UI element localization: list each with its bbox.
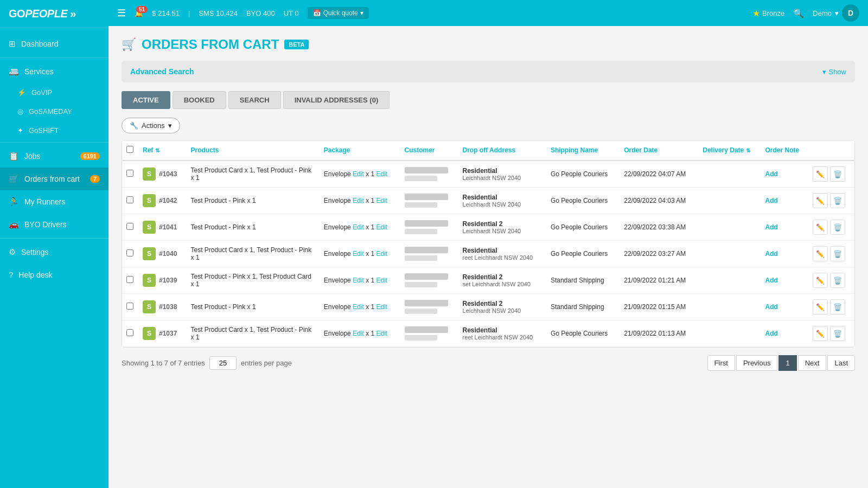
add-note-link[interactable]: Add	[765, 197, 777, 204]
package-edit1-link[interactable]: Edit	[353, 197, 364, 204]
current-page-button[interactable]: 1	[778, 355, 796, 371]
package-edit2-link[interactable]: Edit	[376, 277, 388, 284]
row-checkbox[interactable]	[126, 249, 133, 256]
col-shipping: Shipping Name	[546, 140, 620, 160]
row-delivery-date	[698, 188, 761, 214]
edit-row-button[interactable]: ✏️	[813, 273, 828, 288]
select-all-header	[122, 140, 138, 160]
next-page-button[interactable]: Next	[798, 355, 827, 371]
settings-icon: ⚙	[9, 247, 16, 257]
package-edit2-link[interactable]: Edit	[376, 170, 388, 178]
row-products: Test Product - Pink x 1	[186, 214, 319, 241]
orders-table: Ref ⇅ Products Package Customer Drop off…	[122, 140, 854, 347]
show-hide-link[interactable]: ▾ Show	[822, 68, 846, 76]
package-edit1-link[interactable]: Edit	[353, 303, 364, 311]
first-page-button[interactable]: First	[707, 355, 735, 371]
sidebar-item-orders[interactable]: 🛒 Orders from cart 7	[0, 168, 108, 190]
edit-row-button[interactable]: ✏️	[813, 220, 828, 235]
delete-row-button[interactable]: 🗑️	[830, 246, 845, 261]
edit-row-button[interactable]: ✏️	[813, 326, 828, 341]
package-edit2-link[interactable]: Edit	[376, 330, 388, 337]
add-note-link[interactable]: Add	[765, 223, 777, 231]
prev-page-button[interactable]: Previous	[736, 355, 778, 371]
sidebar-item-helpdesk[interactable]: ? Help desk	[0, 264, 108, 286]
sidebar-item-govip[interactable]: ⚡ GoVIP	[0, 83, 108, 102]
row-order-date: 22/09/2022 04:03 AM	[620, 188, 698, 214]
add-note-link[interactable]: Add	[765, 303, 777, 311]
package-edit2-link[interactable]: Edit	[376, 197, 388, 204]
table-row: S #1037 Test Product Card x 1, Test Prod…	[122, 320, 854, 347]
edit-row-button[interactable]: ✏️	[813, 246, 828, 261]
byo-display: BYO 400	[246, 9, 275, 17]
row-checkbox[interactable]	[126, 196, 133, 203]
delete-row-button[interactable]: 🗑️	[830, 299, 845, 314]
edit-row-button[interactable]: ✏️	[813, 193, 828, 208]
last-page-button[interactable]: Last	[827, 355, 855, 371]
row-products: Test Product - Pink x 1, Test Product Ca…	[186, 267, 319, 294]
sidebar-item-dashboard[interactable]: ⊞ Dashboard	[0, 33, 108, 55]
edit-row-button[interactable]: ✏️	[813, 299, 828, 314]
select-all-checkbox[interactable]	[126, 146, 133, 153]
row-ref: #1039	[159, 277, 177, 284]
notifications-bell[interactable]: 🔔 51	[135, 9, 143, 17]
delete-row-button[interactable]: 🗑️	[830, 273, 845, 288]
row-checkbox-cell	[122, 160, 138, 188]
row-order-date: 21/09/2022 01:21 AM	[620, 267, 698, 294]
row-checkbox[interactable]	[126, 276, 133, 283]
package-edit1-link[interactable]: Edit	[353, 223, 364, 231]
delete-row-button[interactable]: 🗑️	[830, 193, 845, 208]
row-checkbox[interactable]	[126, 303, 133, 310]
edit-row-button[interactable]: ✏️	[813, 166, 828, 182]
wrench-icon: 🔧	[130, 121, 138, 130]
row-shopify-icon-cell: S #1037	[138, 320, 186, 347]
customer-name-blurred	[405, 220, 448, 227]
row-checkbox[interactable]	[126, 223, 133, 230]
row-addr-sub: set Leichhardt NSW 2040	[463, 281, 542, 287]
add-note-link[interactable]: Add	[765, 330, 777, 337]
sidebar-item-services[interactable]: 🚐 Services	[0, 60, 108, 83]
sidebar-item-jobs[interactable]: 📋 Jobs 6191	[0, 145, 108, 168]
sidebar-item-goshift[interactable]: ✦ GoSHIFT	[0, 121, 108, 140]
balance-amount: 214.51	[158, 9, 180, 17]
add-note-link[interactable]: Add	[765, 250, 777, 258]
tab-active[interactable]: ACTIVE	[122, 91, 170, 109]
package-edit2-link[interactable]: Edit	[376, 223, 388, 231]
tab-invalid[interactable]: INVALID ADDRESSES (0)	[283, 91, 390, 109]
row-action-icons: ✏️ 🗑️	[808, 160, 854, 188]
customer-email-blurred	[405, 309, 437, 314]
row-checkbox[interactable]	[126, 329, 133, 336]
user-name: Demo	[813, 9, 832, 17]
package-edit1-link[interactable]: Edit	[353, 330, 364, 337]
user-menu[interactable]: Demo ▾ D	[813, 4, 859, 22]
row-package: Envelope Edit x 1 Edit	[320, 188, 400, 214]
quick-quote-button[interactable]: 📅 Quick quote ▾	[308, 7, 369, 19]
row-order-date: 22/09/2022 04:07 AM	[620, 160, 698, 188]
row-checkbox[interactable]	[126, 170, 133, 177]
sms-display: SMS 10,424	[199, 9, 238, 17]
delete-row-button[interactable]: 🗑️	[830, 220, 845, 235]
package-edit1-link[interactable]: Edit	[353, 250, 364, 258]
sidebar-item-byo[interactable]: 🚗 BYO Drivers	[0, 213, 108, 236]
entries-per-page-input[interactable]	[209, 356, 237, 370]
package-edit2-link[interactable]: Edit	[376, 303, 388, 311]
balance-display: $ 214.51	[152, 9, 180, 17]
delete-row-button[interactable]: 🗑️	[830, 166, 845, 182]
row-addr-sub: reet Leichhardt NSW 2040	[463, 334, 542, 341]
advanced-search-bar[interactable]: Advanced Search ▾ Show	[122, 61, 855, 82]
shopify-icon: S	[143, 327, 156, 340]
add-note-link[interactable]: Add	[765, 170, 777, 178]
tab-search[interactable]: SEARCH	[228, 91, 281, 109]
sidebar-item-gosameday[interactable]: ◎ GoSAMEDAY	[0, 102, 108, 121]
delete-row-button[interactable]: 🗑️	[830, 326, 845, 341]
sidebar-item-runners[interactable]: 🏃 My Runners	[0, 190, 108, 213]
sidebar-item-settings[interactable]: ⚙ Settings	[0, 241, 108, 264]
menu-toggle-icon[interactable]: ☰	[117, 7, 126, 19]
package-edit1-link[interactable]: Edit	[353, 170, 364, 178]
actions-button[interactable]: 🔧 Actions ▾	[122, 118, 180, 133]
package-edit2-link[interactable]: Edit	[376, 250, 388, 258]
search-icon[interactable]: 🔍	[793, 8, 804, 18]
shopify-icon: S	[143, 168, 156, 181]
package-edit1-link[interactable]: Edit	[353, 277, 364, 284]
tab-booked[interactable]: BOOKED	[173, 91, 226, 109]
add-note-link[interactable]: Add	[765, 277, 777, 284]
